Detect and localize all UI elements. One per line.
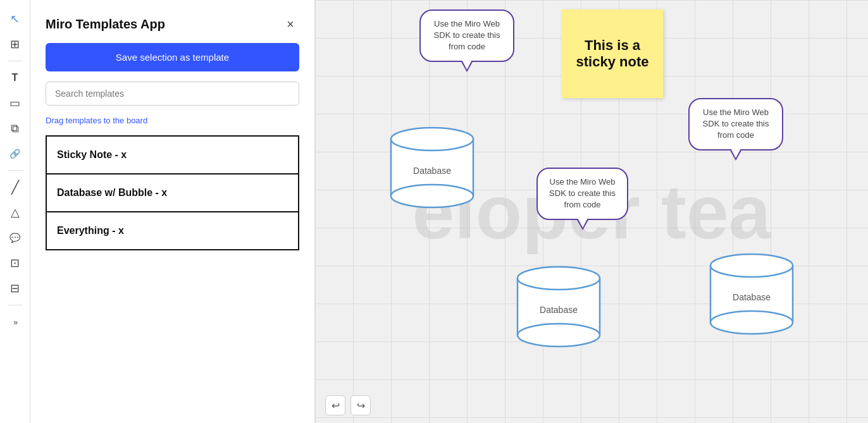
drag-hint: Drag templates to the board (46, 116, 299, 125)
svg-point-4 (391, 128, 473, 150)
panel-title: Miro Templates App (46, 17, 165, 32)
database-left: Database (385, 120, 480, 209)
redo-button[interactable]: ↪ (350, 395, 371, 415)
link-icon[interactable]: 🔗 (4, 142, 27, 165)
component-icon[interactable]: ⊟ (4, 277, 27, 300)
sticky-note-text: This is a sticky note (568, 37, 657, 70)
panel-header: Miro Templates App × (46, 15, 299, 33)
bubble-top-center: Use the Miro Web SDK to create this from… (419, 9, 514, 62)
comment-icon[interactable]: 💬 (4, 226, 27, 249)
svg-text:Database: Database (413, 166, 451, 176)
line-icon[interactable]: ╱ (4, 176, 27, 199)
bubble-top-center-box: Use the Miro Web SDK to create this from… (419, 9, 514, 62)
template-item-everything[interactable]: Everything - x (46, 211, 299, 250)
close-button[interactable]: × (282, 15, 299, 33)
bubble-right-box: Use the Miro Web SDK to create this from… (688, 98, 783, 150)
database-center-svg: Database (511, 259, 606, 348)
svg-text:Database: Database (733, 292, 771, 302)
templates-panel: Miro Templates App × Save selection as t… (30, 0, 315, 423)
svg-point-15 (710, 311, 793, 334)
template-item-sticky-note[interactable]: Sticky Note - x (46, 135, 299, 175)
template-item-database-bubble[interactable]: Database w/ Bubble - x (46, 173, 299, 212)
bubble-mid-box: Use the Miro Web SDK to create this from… (536, 168, 628, 220)
cursor-icon[interactable]: ↖ (4, 8, 27, 30)
templates-list: Sticky Note - x Database w/ Bubble - x E… (46, 135, 299, 249)
database-right: Database (704, 247, 799, 335)
more-icon[interactable]: » (4, 310, 27, 333)
svg-point-3 (391, 185, 473, 207)
svg-point-16 (710, 254, 793, 277)
database-left-svg: Database (385, 120, 480, 209)
text-icon[interactable]: T (4, 66, 27, 89)
database-center: Database (511, 259, 606, 348)
database-right-svg: Database (704, 247, 799, 335)
svg-text:Database: Database (540, 305, 578, 315)
search-input[interactable] (46, 82, 299, 106)
sticky-note-element: This is a sticky note (562, 9, 663, 98)
sticky-icon[interactable]: ⧉ (4, 117, 27, 140)
svg-point-9 (518, 324, 600, 346)
bubble-mid-center: Use the Miro Web SDK to create this from… (536, 168, 628, 220)
undo-button[interactable]: ↩ (325, 395, 345, 415)
toolbar-divider-1 (8, 61, 23, 61)
left-toolbar: ↖ ⊞ T ▭ ⧉ 🔗 ╱ △ 💬 ⊡ ⊟ » (0, 0, 30, 423)
svg-point-10 (518, 267, 600, 290)
bubble-right: Use the Miro Web SDK to create this from… (688, 98, 783, 150)
canvas-area[interactable]: eloper tea This is a sticky note Use the… (315, 0, 868, 423)
toolbar-divider-2 (8, 170, 23, 171)
shape-icon[interactable]: △ (4, 201, 27, 224)
grid-icon[interactable]: ⊞ (4, 33, 27, 56)
note-icon[interactable]: ▭ (4, 92, 27, 114)
bottom-toolbar: ↩ ↪ (325, 395, 371, 415)
frame-icon[interactable]: ⊡ (4, 252, 27, 274)
save-template-button[interactable]: Save selection as template (46, 43, 299, 71)
toolbar-divider-3 (8, 305, 23, 305)
